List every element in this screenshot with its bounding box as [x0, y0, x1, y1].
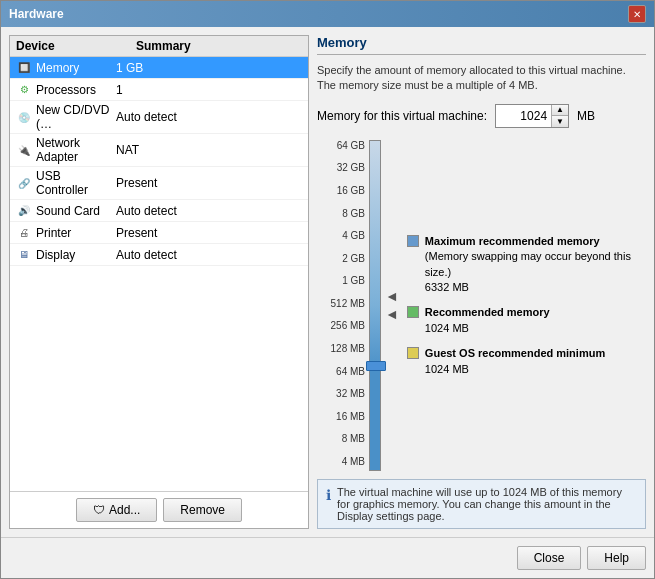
slider-label: 8 MB	[317, 433, 365, 444]
slider-label: 128 MB	[317, 343, 365, 354]
info-bar: ℹ The virtual machine will use up to 102…	[317, 479, 646, 529]
memory-input-row: Memory for this virtual machine: ▲ ▼ MB	[317, 104, 646, 128]
slider-label: 32 MB	[317, 388, 365, 399]
legend-text: Recommended memory 1024 MB	[425, 305, 550, 336]
slider-arrow-left[interactable]: ◄	[385, 289, 399, 303]
right-content: Memory Specify the amount of memory allo…	[317, 35, 646, 529]
table-row[interactable]: 🔌 Network Adapter NAT	[10, 134, 308, 167]
network-summary: NAT	[116, 143, 302, 157]
sound-icon: 🔊	[16, 203, 32, 219]
table-rows: 🔲 Memory 1 GB ⚙ Processors 1 💿 New CD/DV…	[10, 57, 308, 266]
usb-icon: 🔗	[16, 175, 32, 191]
col-device-header: Device	[16, 39, 136, 53]
slider-label: 4 MB	[317, 456, 365, 467]
processors-device-name: Processors	[36, 83, 96, 97]
legend-box-blue	[407, 235, 419, 247]
slider-label: 2 GB	[317, 253, 365, 264]
slider-label: 1 GB	[317, 275, 365, 286]
table-row[interactable]: 💿 New CD/DVD (… Auto detect	[10, 101, 308, 134]
table-row[interactable]: 🖨 Printer Present	[10, 222, 308, 244]
section-description: Specify the amount of memory allocated t…	[317, 63, 646, 94]
slider-thumb[interactable]	[366, 361, 386, 371]
legend-item: Maximum recommended memory (Memory swapp…	[407, 234, 646, 296]
slider-label: 16 MB	[317, 411, 365, 422]
slider-label: 32 GB	[317, 162, 365, 173]
memory-device-name: Memory	[36, 61, 79, 75]
slider-track	[369, 140, 381, 471]
memory-visualization: 64 GB32 GB16 GB8 GB4 GB2 GB1 GB512 MB256…	[317, 140, 646, 471]
cdrom-summary: Auto detect	[116, 110, 302, 124]
printer-summary: Present	[116, 226, 302, 240]
title-bar: Hardware ✕	[1, 1, 654, 27]
add-button[interactable]: 🛡 Add...	[76, 498, 157, 522]
cdrom-icon: 💿	[16, 109, 32, 125]
info-icon: ℹ	[326, 487, 331, 503]
printer-icon: 🖨	[16, 225, 32, 241]
spin-down-button[interactable]: ▼	[552, 116, 568, 127]
table-row[interactable]: 🔊 Sound Card Auto detect	[10, 200, 308, 222]
right-panel: Memory Specify the amount of memory allo…	[317, 35, 646, 529]
processors-summary: 1	[116, 83, 302, 97]
bottom-bar: Close Help	[1, 537, 654, 578]
printer-device-name: Printer	[36, 226, 71, 240]
info-text: The virtual machine will use up to 1024 …	[337, 486, 637, 522]
slider-track-container	[365, 140, 385, 471]
memory-value-input[interactable]	[496, 107, 551, 125]
spin-buttons: ▲ ▼	[551, 105, 568, 127]
memory-input-label: Memory for this virtual machine:	[317, 109, 487, 123]
close-window-button[interactable]: ✕	[628, 5, 646, 23]
sound-device-name: Sound Card	[36, 204, 100, 218]
col-summary-header: Summary	[136, 39, 302, 53]
table-row[interactable]: 🔗 USB Controller Present	[10, 167, 308, 200]
usb-summary: Present	[116, 176, 302, 190]
table-row[interactable]: ⚙ Processors 1	[10, 79, 308, 101]
hardware-window: Hardware ✕ Device Summary 🔲 Memory 1 GB …	[0, 0, 655, 579]
remove-button[interactable]: Remove	[163, 498, 242, 522]
device-buttons: 🛡 Add... Remove	[10, 491, 308, 528]
legend-item: Guest OS recommended minimum 1024 MB	[407, 346, 646, 377]
memory-icon: 🔲	[16, 60, 32, 76]
table-row[interactable]: 🔲 Memory 1 GB	[10, 57, 308, 79]
sound-summary: Auto detect	[116, 204, 302, 218]
network-device-name: Network Adapter	[36, 136, 116, 164]
legend-text: Guest OS recommended minimum 1024 MB	[425, 346, 605, 377]
device-table: Device Summary 🔲 Memory 1 GB ⚙ Processor…	[10, 36, 308, 491]
slider-label: 8 GB	[317, 208, 365, 219]
slider-label: 4 GB	[317, 230, 365, 241]
usb-device-name: USB Controller	[36, 169, 116, 197]
slider-label: 64 MB	[317, 366, 365, 377]
slider-label: 64 GB	[317, 140, 365, 151]
spin-up-button[interactable]: ▲	[552, 105, 568, 116]
display-device-name: Display	[36, 248, 75, 262]
slider-label: 512 MB	[317, 298, 365, 309]
content-area: Device Summary 🔲 Memory 1 GB ⚙ Processor…	[1, 27, 654, 537]
network-icon: 🔌	[16, 142, 32, 158]
legend-item: Recommended memory 1024 MB	[407, 305, 646, 336]
display-summary: Auto detect	[116, 248, 302, 262]
add-icon: 🛡	[93, 503, 105, 517]
help-button[interactable]: Help	[587, 546, 646, 570]
cdrom-device-name: New CD/DVD (…	[36, 103, 116, 131]
slider-labels: 64 GB32 GB16 GB8 GB4 GB2 GB1 GB512 MB256…	[317, 140, 365, 471]
memory-spinbox: ▲ ▼	[495, 104, 569, 128]
display-icon: 🖥	[16, 247, 32, 263]
memory-summary: 1 GB	[116, 61, 302, 75]
slider-arrow-right[interactable]: ◄	[385, 307, 399, 321]
legend-box-green	[407, 306, 419, 318]
table-header: Device Summary	[10, 36, 308, 57]
close-button[interactable]: Close	[517, 546, 582, 570]
section-title: Memory	[317, 35, 646, 55]
slider-label: 256 MB	[317, 320, 365, 331]
legend-area: Maximum recommended memory (Memory swapp…	[399, 140, 646, 471]
legend-box-yellow	[407, 347, 419, 359]
memory-unit: MB	[577, 109, 595, 123]
slider-label: 16 GB	[317, 185, 365, 196]
device-list-panel: Device Summary 🔲 Memory 1 GB ⚙ Processor…	[9, 35, 309, 529]
legend-text: Maximum recommended memory (Memory swapp…	[425, 234, 646, 296]
table-row[interactable]: 🖥 Display Auto detect	[10, 244, 308, 266]
slider-arrows: ◄ ◄	[385, 140, 399, 471]
window-title: Hardware	[9, 7, 64, 21]
processors-icon: ⚙	[16, 82, 32, 98]
